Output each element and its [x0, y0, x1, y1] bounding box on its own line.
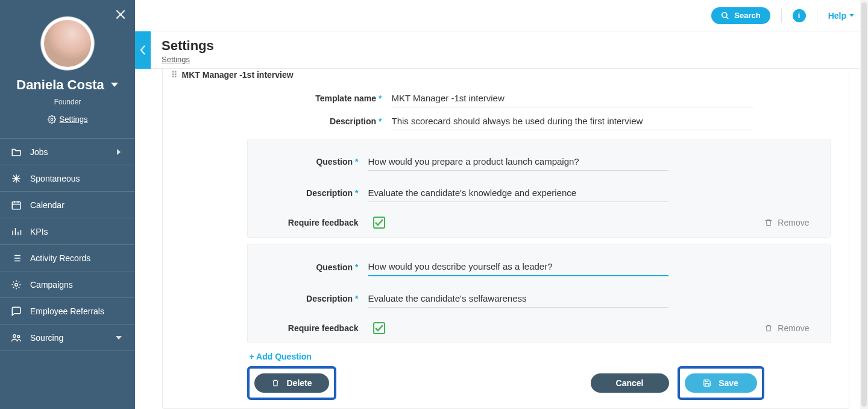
help-label: Help: [828, 11, 846, 21]
template-header: ⠿ MKT Manager -1st interview: [163, 69, 849, 81]
nav-item-activity-records[interactable]: Activity Records: [0, 245, 135, 271]
breadcrumb[interactable]: Settings: [162, 55, 190, 64]
trash-icon: [764, 218, 773, 227]
template-name-label: Template name*: [247, 94, 392, 103]
page-header: Settings Settings: [135, 31, 860, 69]
svg-point-4: [17, 335, 20, 337]
delete-button[interactable]: Delete: [254, 373, 329, 393]
remove-label: Remove: [778, 218, 809, 227]
question-card: Question* Description* Require feedback: [247, 244, 831, 343]
folder-icon: [11, 147, 22, 157]
avatar[interactable]: [41, 17, 94, 70]
question-desc-label: Description*: [266, 294, 368, 303]
add-question-button[interactable]: + Add Question: [250, 352, 849, 361]
question-input[interactable]: [368, 153, 668, 171]
nav-item-calendar[interactable]: Calendar: [0, 192, 135, 218]
topbar: Search i Help: [135, 0, 868, 31]
template-header-label: MKT Manager -1st interview: [182, 70, 294, 80]
nav: Jobs Spontaneous Calendar KPIs Activity …: [0, 138, 135, 351]
user-name[interactable]: Daniela Costa: [0, 77, 135, 93]
nav-label: KPIs: [30, 227, 124, 236]
nav-item-kpis[interactable]: KPIs: [0, 218, 135, 245]
asterisk-icon: [11, 173, 22, 184]
svg-point-0: [51, 118, 53, 121]
help-menu[interactable]: Help: [828, 11, 855, 21]
calendar-icon: [11, 200, 22, 211]
cancel-button[interactable]: Cancel: [591, 373, 669, 393]
save-button[interactable]: Save: [685, 373, 757, 393]
nav-label: Campaigns: [30, 280, 124, 290]
bars-icon: [11, 226, 22, 237]
remove-question-button[interactable]: Remove: [764, 323, 811, 333]
chat-icon: [11, 306, 22, 317]
chevron-down-icon: [849, 13, 855, 17]
nav-label: Sourcing: [30, 333, 105, 343]
question-input[interactable]: [368, 258, 668, 276]
question-label: Question*: [266, 262, 368, 272]
scrollbar[interactable]: [860, 0, 868, 409]
search-icon: [721, 11, 729, 20]
trash-icon: [271, 378, 280, 388]
cancel-label: Cancel: [616, 378, 644, 388]
question-desc-label: Description*: [266, 188, 368, 198]
people-icon: [11, 332, 22, 343]
gear-icon: [48, 115, 56, 124]
nav-item-employee-referrals[interactable]: Employee Referrals: [0, 298, 135, 325]
collapse-sidebar-button[interactable]: [135, 31, 151, 69]
nav-item-sourcing[interactable]: Sourcing: [0, 325, 135, 351]
require-feedback-checkbox[interactable]: [373, 322, 385, 334]
svg-point-5: [722, 12, 727, 17]
separator: [817, 8, 817, 23]
drag-icon[interactable]: ⠿: [171, 70, 176, 80]
close-icon[interactable]: [115, 8, 127, 21]
save-label: Save: [719, 378, 738, 388]
check-icon: [375, 219, 383, 226]
require-feedback-label: Require feedback: [266, 323, 368, 333]
nav-item-jobs[interactable]: Jobs: [0, 139, 135, 165]
nav-label: Employee Referrals: [30, 306, 124, 316]
remove-question-button[interactable]: Remove: [764, 218, 811, 227]
main: ⠿ MKT Manager -1st interview Template na…: [151, 69, 860, 409]
template-desc-label: Description*: [247, 116, 392, 126]
nav-label: Jobs: [30, 147, 105, 157]
separator: [781, 8, 782, 23]
require-feedback-checkbox[interactable]: [373, 217, 385, 229]
trash-icon: [764, 323, 773, 333]
template-name-input[interactable]: [392, 89, 753, 107]
user-settings-link[interactable]: Settings: [0, 115, 135, 124]
page-title: Settings: [162, 38, 214, 54]
question-desc-input[interactable]: [368, 184, 668, 202]
template-panel: ⠿ MKT Manager -1st interview Template na…: [162, 69, 849, 409]
info-icon[interactable]: i: [793, 9, 806, 22]
highlight-save: Save: [678, 366, 764, 400]
search-label: Search: [734, 11, 760, 20]
chevron-left-icon: [140, 45, 146, 55]
chevron-right-icon: [113, 148, 124, 156]
user-name-label: Daniela Costa: [16, 77, 104, 93]
save-icon: [703, 379, 711, 387]
chevron-down-icon: [110, 82, 119, 88]
nav-label: Spontaneous: [30, 174, 124, 183]
check-icon: [375, 325, 383, 332]
svg-point-3: [13, 334, 16, 337]
require-feedback-label: Require feedback: [266, 218, 368, 227]
highlight-delete: Delete: [247, 366, 336, 400]
chevron-down-icon: [113, 335, 124, 340]
sidebar: Daniela Costa Founder Settings Jobs Spon…: [0, 0, 135, 409]
nav-label: Activity Records: [30, 253, 124, 263]
user-settings-label: Settings: [60, 115, 88, 124]
list-icon: [11, 253, 22, 264]
question-card: Question* Description* Require feedback: [247, 139, 831, 238]
user-role: Founder: [0, 98, 135, 106]
nav-label: Calendar: [30, 200, 124, 210]
question-label: Question*: [266, 157, 368, 166]
nav-item-campaigns[interactable]: Campaigns: [0, 271, 135, 298]
svg-point-2: [15, 283, 18, 286]
campaign-icon: [11, 279, 22, 290]
template-desc-input[interactable]: [392, 112, 753, 130]
search-button[interactable]: Search: [711, 7, 770, 24]
nav-item-spontaneous[interactable]: Spontaneous: [0, 165, 135, 192]
svg-rect-1: [12, 201, 20, 209]
delete-label: Delete: [287, 378, 312, 388]
question-desc-input[interactable]: [368, 290, 668, 308]
